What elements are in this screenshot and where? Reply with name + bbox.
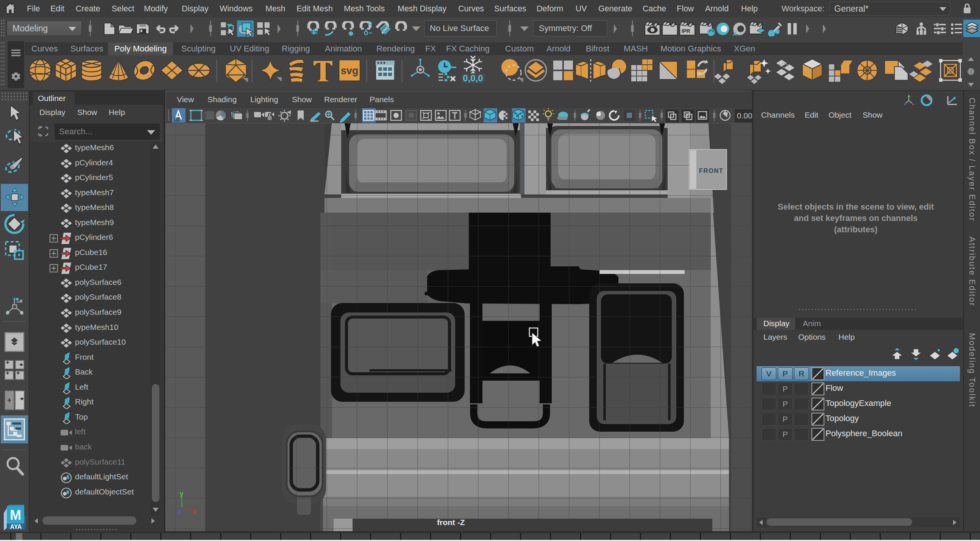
- svg-text:x: x: [192, 508, 197, 516]
- svg-text:AYA: AYA: [10, 524, 22, 530]
- svg-text:FRONT: FRONT: [699, 167, 723, 174]
- svg-text:y: y: [180, 490, 184, 498]
- svg-text:0.00: 0.00: [737, 111, 752, 120]
- svg-text:x: x: [733, 29, 737, 36]
- svg-text:z: z: [178, 508, 181, 516]
- svg-text:M: M: [10, 507, 21, 523]
- svg-text:front -Z: front -Z: [437, 518, 465, 527]
- svg-text:svg: svg: [341, 65, 359, 76]
- svg-text:0,0,0: 0,0,0: [463, 73, 483, 83]
- svg-text:IPR: IPR: [682, 29, 690, 34]
